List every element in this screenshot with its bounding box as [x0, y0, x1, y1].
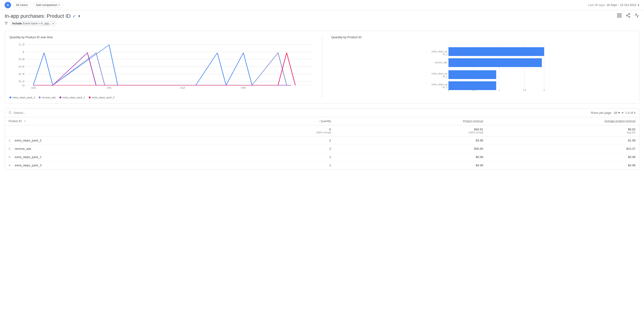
svg-text:ck_1: ck_1: [442, 75, 448, 78]
table-row: 1 extra_steps_pack_2 2 $3.98 $1.99: [5, 136, 639, 145]
plus-icon: +: [58, 3, 60, 7]
legend-dot-2: [39, 96, 40, 98]
table-toolbar: Rows per page: 10 25 50 ▾ 1-4 of 4: [5, 108, 639, 117]
svg-line-8: [628, 14, 629, 15]
page-header: In-app purchases: Product ID ✓ ▾: [0, 10, 644, 19]
col-header-avg-revenue: Average product revenue: [487, 117, 640, 125]
share-icon[interactable]: [626, 13, 631, 19]
filter-bar: Include Event name = in_app... ×: [0, 19, 644, 28]
product-id-value: extra_steps_pack_2: [15, 139, 42, 142]
bar-chart-title: Quantity by Product ID: [332, 35, 635, 39]
legend-label-4: extra_steps_pack_3: [92, 96, 114, 99]
row-number: 4: [8, 164, 10, 167]
rows-per-page: Rows per page: 10 25 50 ▾: [591, 111, 624, 115]
totals-quantity: 6 100% of total: [233, 125, 335, 136]
table-pagination: Rows per page: 10 25 50 ▾ 1-4 of 4: [591, 111, 636, 115]
rows-per-page-select[interactable]: 10 25 50: [613, 111, 621, 115]
bar-chart-container: 0 0.5 1 1.5 2 extra_steps_pa ck_2 remove…: [332, 43, 635, 93]
svg-text:25: 25: [107, 87, 112, 89]
avatar: A: [4, 2, 11, 8]
svg-text:1: 1: [498, 89, 500, 91]
chart-icon[interactable]: [617, 13, 622, 19]
table-header-row: Product ID + ↓ Quantity Product revenue …: [5, 117, 639, 125]
product-id-value: remove_ads: [15, 147, 31, 150]
filter-chip: Include Event name = in_app... ×: [10, 21, 57, 26]
legend-dot-1: [10, 96, 11, 98]
svg-line-48: [11, 113, 12, 114]
legend-item-4: extra_steps_pack_3: [89, 96, 114, 99]
pagination-text: 1-4 of 4: [625, 111, 636, 114]
legend-dot-4: [89, 96, 90, 98]
insights-icon[interactable]: [634, 13, 640, 19]
add-comparison-button[interactable]: Add comparison +: [33, 2, 63, 8]
cell-product-id: 3 extra_steps_pack_1: [5, 153, 233, 161]
cell-avg-revenue: $1.99: [487, 136, 640, 145]
svg-point-47: [9, 111, 11, 113]
legend-item-1: extra_steps_pack_2: [10, 96, 35, 99]
date-prefix: Last 28 days: [588, 3, 605, 7]
cell-product-id: 2 remove_ads: [5, 145, 233, 153]
svg-rect-2: [618, 16, 619, 17]
date-range-value: 18 Sept – 15 Oct 2022: [606, 3, 636, 7]
chevron-down-icon: ▾: [622, 111, 624, 114]
checkmark-icon: ✓: [72, 13, 76, 19]
svg-text:1: 1: [22, 51, 24, 53]
svg-rect-1: [620, 13, 621, 15]
line-chart-legend: extra_steps_pack_2 remove_ads extra_step…: [10, 96, 313, 99]
totals-avg-revenue: $6.82 Avg 0%: [487, 125, 640, 136]
cell-product-id: 4 extra_steps_pack_3: [5, 161, 233, 170]
table-row: 3 extra_steps_pack_1 1 $0.99 $0.99: [5, 153, 639, 161]
all-users-button[interactable]: All Users: [13, 2, 31, 8]
page-title-container: In-app purchases: Product ID ✓ ▾: [4, 13, 80, 19]
svg-marker-9: [5, 22, 8, 24]
cell-revenue: $30.95: [335, 145, 487, 153]
svg-text:1.2: 1.2: [19, 43, 25, 46]
svg-text:remove_ads: remove_ads: [434, 61, 447, 64]
main-content: Quantity by Product ID over time 1.2 1 0…: [0, 28, 644, 172]
data-table: Product ID + ↓ Quantity Product revenue …: [5, 117, 639, 169]
svg-text:extra_steps_pa: extra_steps_pa: [432, 83, 448, 86]
svg-point-5: [626, 15, 628, 16]
line-chart-panel: Quantity by Product ID over time 1.2 1 0…: [10, 35, 322, 99]
add-column-icon[interactable]: +: [24, 120, 26, 123]
totals-row: 6 100% of total $40.91 100% of total $6.…: [5, 125, 639, 136]
svg-text:18: 18: [31, 87, 36, 89]
row-number: 1: [8, 139, 10, 142]
cell-avg-revenue: $0.99: [487, 153, 640, 161]
page-title: In-app purchases: Product ID: [4, 13, 70, 19]
table-row: 2 remove_ads 2 $30.95 $15.47: [5, 145, 639, 153]
top-bar: A All Users Add comparison + Last 28 day…: [0, 0, 644, 10]
svg-rect-0: [618, 13, 619, 15]
search-input[interactable]: [14, 111, 60, 114]
header-icons: [617, 13, 640, 19]
sort-desc-icon: ↓: [318, 120, 320, 123]
filter-include-label: Include: [12, 22, 22, 25]
bar-2: [448, 58, 542, 67]
svg-text:extra_steps_pa: extra_steps_pa: [432, 72, 448, 75]
table-section: Rows per page: 10 25 50 ▾ 1-4 of 4 Produ…: [4, 108, 640, 170]
legend-label-1: extra_steps_pack_2: [12, 96, 35, 99]
search-icon: [8, 111, 12, 115]
legend-item-3: extra_steps_pack_1: [60, 96, 85, 99]
svg-text:0: 0: [22, 84, 24, 87]
legend-item-2: remove_ads: [39, 96, 56, 99]
cell-avg-revenue: $15.47: [487, 145, 640, 153]
charts-row: Quantity by Product ID over time 1.2 1 0…: [4, 31, 640, 104]
svg-text:09: 09: [241, 87, 246, 89]
totals-revenue: $40.91 100% of total: [335, 125, 487, 136]
title-dropdown-icon[interactable]: ▾: [78, 13, 80, 19]
search-box: [8, 111, 60, 115]
svg-text:0.2: 0.2: [19, 80, 25, 83]
filter-close-button[interactable]: ×: [52, 22, 54, 25]
svg-text:extra_steps_pa: extra_steps_pa: [432, 50, 448, 53]
row-number: 3: [8, 155, 10, 159]
cell-revenue: $3.98: [335, 136, 487, 145]
svg-text:0.4: 0.4: [19, 73, 25, 75]
col-header-quantity[interactable]: ↓ Quantity: [233, 117, 335, 125]
svg-rect-3: [620, 16, 621, 17]
line-chart-container: 1.2 1 0.8 0.6 0.4 0.2 0 18 Sept 25 02 Oc…: [10, 43, 313, 93]
col-header-product-id: Product ID +: [5, 117, 233, 125]
filter-icon: [4, 22, 8, 25]
date-range-selector[interactable]: Last 28 days 18 Sept – 15 Oct 2022 ▾: [588, 3, 640, 7]
cell-quantity: 2: [233, 145, 335, 153]
